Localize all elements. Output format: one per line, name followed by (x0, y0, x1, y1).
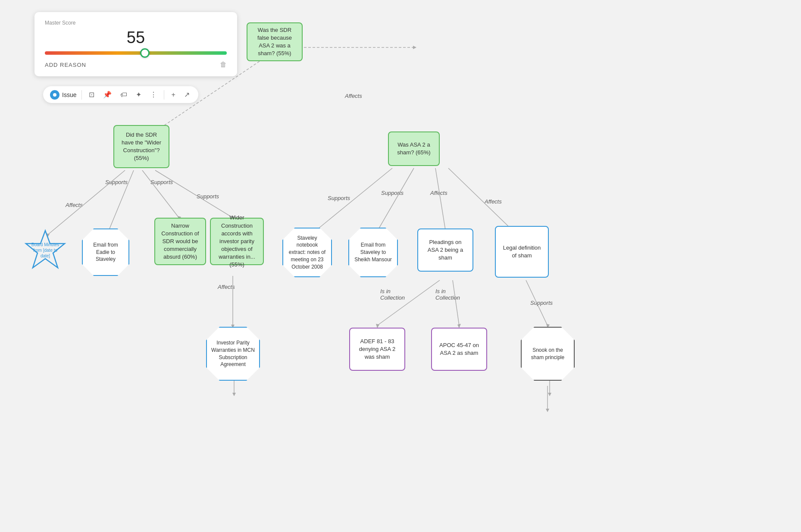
issue-icon (50, 90, 59, 100)
node-board-minutes[interactable]: Board Minutes from [date to date] (22, 226, 69, 274)
node-apoc-label: APOC 45-47 on ASA 2 as sham (437, 341, 481, 357)
issue-circle-inner (53, 93, 56, 97)
sparkle-icon-button[interactable]: ✦ (134, 90, 143, 100)
node-legal-definition-sham-label: Legal definition of sham (501, 244, 543, 260)
node-legal-definition-sham[interactable]: Legal definition of sham (495, 226, 549, 278)
edge-label-supports-2: Supports (105, 179, 128, 185)
node-adef-label: ADEF 81 - 83 denying ASA 2 was sham (355, 338, 399, 361)
svg-line-18 (155, 170, 233, 218)
canvas: Master Score 55 ADD REASON 🗑 Issue ⊡ 📌 🏷… (0, 0, 801, 532)
edge-label-is-in-collection-1: Is inCollection (380, 288, 405, 301)
svg-line-16 (142, 170, 179, 218)
svg-line-26 (526, 280, 548, 325)
node-pleadings-asa[interactable]: Pleadings on ASA 2 being a sham (417, 228, 473, 272)
svg-line-22 (377, 280, 440, 325)
delete-icon[interactable]: 🗑 (220, 61, 227, 69)
toolbar-separator-2 (164, 90, 164, 100)
node-email-eadie[interactable]: Email from Eadie to Staveley (82, 228, 129, 276)
add-icon-button[interactable]: + (169, 90, 177, 100)
pin-icon-button[interactable]: 📌 (101, 90, 113, 100)
svg-marker-34 (548, 393, 551, 396)
svg-marker-32 (232, 393, 236, 396)
master-score-label: Master Score (45, 20, 227, 26)
edge-label-supports-3: Supports (150, 179, 173, 185)
node-investor-parity-label: Investor Parity Warranties in MCN Subscr… (211, 339, 255, 368)
toolbar: Issue ⊡ 📌 🏷 ✦ ⋮ + ↗ (43, 86, 198, 103)
toolbar-separator (81, 90, 82, 100)
svg-line-8 (435, 168, 446, 235)
node-wider-construction-accords[interactable]: Wider Construction accords with investor… (210, 218, 264, 265)
edge-label-affects-1: Affects (345, 93, 362, 99)
edge-label-supports-asa-1: Supports (328, 195, 350, 201)
issue-label: Issue (62, 91, 76, 98)
expand-icon-button[interactable]: ⊡ (87, 90, 96, 100)
arrow-down-investor (230, 381, 238, 398)
svg-line-12 (47, 170, 125, 235)
node-was-asa2-sham[interactable]: Was ASA 2 a sham? (65%) (388, 131, 440, 166)
node-snook-sham-label: Snook on the sham principle (526, 347, 569, 361)
master-score-panel: Master Score 55 ADD REASON 🗑 (34, 12, 237, 76)
svg-line-10 (448, 168, 517, 235)
edge-label-supports-asa-2: Supports (381, 190, 404, 196)
node-staveley-notebook[interactable]: Staveley notebook extract: notes of meet… (282, 228, 332, 277)
node-was-asa2-sham-label: Was ASA 2 a sham? (65%) (394, 141, 434, 156)
node-pleadings-asa-label: Pleadings on ASA 2 being a sham (423, 238, 467, 262)
node-email-staveley-sheikh[interactable]: Email from Staveley to Sheikh Mansour (348, 228, 398, 277)
svg-line-24 (453, 280, 459, 325)
svg-line-14 (107, 170, 134, 235)
node-investor-parity[interactable]: Investor Parity Warranties in MCN Subscr… (206, 327, 260, 381)
edge-label-affects-asa-3: Affects (430, 190, 447, 196)
node-apoc[interactable]: APOC 45-47 on ASA 2 as sham (431, 328, 487, 371)
edge-label-supports-4: Supports (197, 193, 219, 200)
tag-icon-button[interactable]: 🏷 (119, 90, 129, 100)
edge-label-affects-wider: Affects (66, 202, 83, 208)
issue-button[interactable]: Issue (50, 90, 76, 100)
node-email-eadie-label: Email from Eadie to Staveley (87, 241, 124, 263)
node-narrow-construction[interactable]: Narrow Construction of SDR would be comm… (154, 218, 206, 265)
svg-line-4 (310, 168, 392, 235)
node-wider-construction[interactable]: Did the SDR have the "Wider Construction… (113, 125, 169, 168)
node-adef[interactable]: ADEF 81 - 83 denying ASA 2 was sham (349, 328, 405, 371)
svg-marker-1 (413, 46, 416, 49)
more-icon-button[interactable]: ⋮ (148, 90, 159, 100)
edge-label-affects-asa-4: Affects (485, 198, 502, 205)
node-board-minutes-label: Board Minutes from [date to date] (31, 242, 59, 258)
master-score-value: 55 (45, 28, 227, 47)
svg-marker-29 (546, 409, 549, 412)
score-slider-thumb[interactable] (140, 48, 150, 58)
node-email-staveley-sheikh-label: Email from Staveley to Sheikh Mansour (354, 241, 393, 263)
node-snook-sham[interactable]: Snook on the sham principle (521, 327, 575, 381)
node-wider-construction-accords-label: Wider Construction accords with investor… (216, 214, 258, 269)
edge-label-is-in-collection-2: Is inCollection (435, 288, 460, 301)
node-wider-construction-label: Did the SDR have the "Wider Construction… (119, 131, 163, 163)
node-root-label: Was the SDR false because ASA 2 was a sh… (253, 26, 297, 58)
arrow-down-snook (545, 381, 554, 398)
node-root[interactable]: Was the SDR false because ASA 2 was a sh… (247, 22, 303, 61)
edge-label-affects-investor: Affects (218, 284, 235, 290)
external-link-icon-button[interactable]: ↗ (182, 90, 191, 100)
node-staveley-notebook-label: Staveley notebook extract: notes of meet… (288, 235, 327, 271)
node-narrow-construction-label: Narrow Construction of SDR would be comm… (160, 222, 200, 261)
score-slider-track[interactable] (45, 51, 227, 55)
edge-label-supports-snook: Supports (530, 300, 553, 306)
add-reason-row: ADD REASON 🗑 (45, 61, 227, 69)
svg-line-6 (375, 168, 414, 235)
add-reason-button[interactable]: ADD REASON (45, 62, 86, 68)
